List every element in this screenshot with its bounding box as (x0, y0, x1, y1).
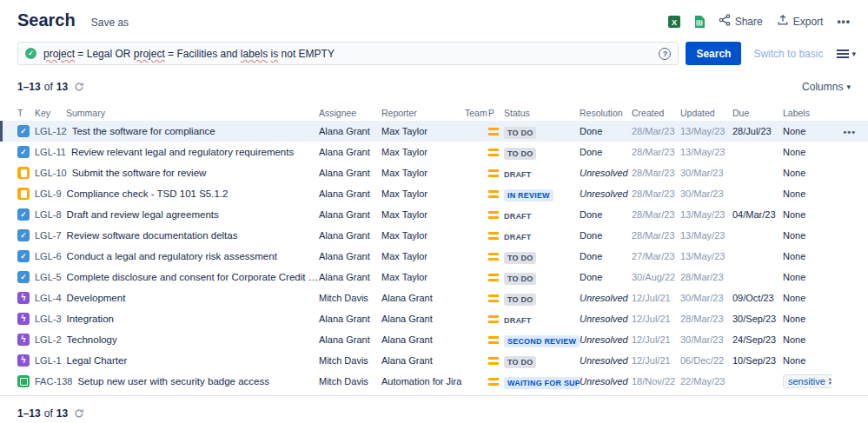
table-header-row: TKeySummaryAssigneeReporterTeamPStatusRe… (0, 105, 868, 121)
issue-summary-link[interactable]: Development (67, 293, 319, 303)
issue-key-link[interactable]: LGL-4 (35, 293, 62, 303)
export-button[interactable]: Export (777, 14, 824, 29)
issue-assignee: Mitch Davis (319, 293, 381, 303)
issue-summary-link[interactable]: Compliance check - TSD 101 S5.1.2 (67, 188, 319, 199)
issue-row[interactable]: LGL-7 Review software documentation delt… (0, 225, 868, 246)
column-header-team[interactable]: Team (465, 108, 488, 118)
switch-to-basic-link[interactable]: Switch to basic (753, 48, 823, 60)
issue-summary-link[interactable]: Submit the software for review (72, 168, 319, 178)
issue-summary-link[interactable]: Complete disclosure and consent for Corp… (67, 272, 319, 282)
issue-created-date: 12/Jul/21 (632, 314, 680, 324)
column-header-created[interactable]: Created (632, 108, 680, 118)
share-button[interactable]: Share (719, 14, 763, 29)
issue-row[interactable]: LGL-6 Conduct a legal and regulatory ris… (0, 246, 868, 267)
issue-row[interactable]: LGL-3 Integration Alana Grant Alana Gran… (0, 308, 868, 329)
priority-medium-icon (488, 294, 499, 302)
issue-summary-link[interactable]: Test the software for compliance (72, 126, 319, 136)
save-as-link[interactable]: Save as (91, 17, 129, 29)
column-header-resolution[interactable]: Resolution (580, 108, 632, 118)
issue-row[interactable]: LGL-1 Legal Charter Mitch Davis Alana Gr… (0, 350, 868, 371)
issue-summary-link[interactable]: Legal Charter (67, 355, 319, 366)
status-badge: TO DO (504, 273, 536, 285)
issue-summary-link[interactable]: Review relevant legal and regulatory req… (71, 147, 319, 157)
of-label: of (44, 407, 53, 420)
label-tag[interactable]: sensitive▴▾ (783, 374, 832, 388)
column-header-labels[interactable]: Labels (783, 108, 832, 118)
issue-summary-link[interactable]: Setup new user with security badge acces… (77, 376, 319, 387)
pagination-top: 1–13 of 13 (17, 81, 84, 93)
view-options-button[interactable]: ▾ (837, 50, 856, 58)
column-header-assignee[interactable]: Assignee (319, 108, 381, 118)
export-excel-icon[interactable]: X (668, 16, 680, 28)
more-options-icon[interactable]: ••• (837, 16, 851, 28)
issue-assignee: Alana Grant (319, 168, 381, 178)
refresh-icon[interactable] (74, 408, 84, 419)
issue-row[interactable]: LGL-8 Draft and review legal agreements … (0, 204, 868, 225)
issue-key-link[interactable]: LGL-1 (35, 355, 62, 366)
issue-summary-link[interactable]: Review software documentation deltas (67, 230, 319, 241)
issue-key-link[interactable]: LGL-3 (35, 314, 62, 324)
issue-updated-date: 28/Mar/23 (680, 314, 732, 324)
jql-input[interactable]: ✓ project = Legal OR project = Facilitie… (17, 42, 679, 65)
results-bar: 1–13 of 13 Columns ▾ (0, 81, 868, 93)
refresh-icon[interactable] (74, 82, 84, 92)
table-footer: 1–13 of 13 (0, 395, 868, 420)
issue-type-icon (17, 229, 30, 241)
pagination-bottom: 1–13 of 13 (17, 407, 84, 420)
issue-key-link[interactable]: LGL-6 (35, 251, 62, 261)
issue-row[interactable]: LGL-9 Compliance check - TSD 101 S5.1.2 … (0, 183, 868, 204)
issue-key-link[interactable]: LGL-9 (35, 188, 62, 199)
issue-row[interactable]: LGL-10 Submit the software for review Al… (0, 162, 868, 183)
priority-medium-icon (488, 315, 499, 323)
row-actions-icon[interactable]: ••• (843, 127, 856, 137)
issue-key-link[interactable]: LGL-12 (35, 126, 67, 136)
issue-summary-link[interactable]: Conduct a legal and regulatory risk asse… (67, 251, 319, 261)
column-header-status[interactable]: Status (504, 108, 580, 118)
issue-key-link[interactable]: LGL-2 (35, 334, 62, 345)
export-sheets-icon[interactable] (694, 16, 705, 28)
issue-created-date: 12/Jul/21 (632, 334, 680, 345)
issue-key-link[interactable]: LGL-7 (35, 230, 62, 241)
column-header-due[interactable]: Due (732, 108, 783, 118)
column-header-updated[interactable]: Updated (680, 108, 732, 118)
issue-labels: None (783, 147, 832, 157)
issue-row[interactable]: LGL-2 Technology Alana Grant Alana Grant… (0, 329, 868, 350)
issue-due-date: 24/Sep/23 (732, 334, 783, 345)
jql-query-text[interactable]: project = Legal OR project = Facilities … (43, 48, 335, 60)
issue-due-date: 09/Oct/23 (732, 293, 783, 303)
columns-dropdown[interactable]: Columns ▾ (802, 81, 851, 93)
issue-type-icon (17, 375, 30, 387)
issue-resolution: Unresolved (580, 168, 632, 178)
issue-assignee: Alana Grant (319, 147, 381, 157)
jql-token: project (43, 48, 75, 60)
issue-row[interactable]: FAC-138 Setup new user with security bad… (0, 371, 868, 392)
jql-token: is (271, 48, 279, 60)
issue-reporter: Alana Grant (381, 334, 465, 345)
column-header-key[interactable]: Key (35, 108, 61, 118)
page-header: Search Save as X Share Export ••• (0, 0, 868, 30)
issue-row[interactable]: LGL-5 Complete disclosure and consent fo… (0, 267, 868, 288)
issue-key-link[interactable]: LGL-11 (35, 147, 66, 157)
priority-medium-icon (488, 378, 499, 386)
column-header-p[interactable]: P (488, 108, 504, 118)
issue-row[interactable]: LGL-11 Review relevant legal and regulat… (0, 142, 868, 162)
column-header-type[interactable]: T (17, 108, 35, 118)
issue-labels: None (783, 251, 832, 261)
issue-row[interactable]: LGL-12 Test the software for compliance … (0, 121, 868, 142)
issue-row[interactable]: LGL-4 Development Mitch Davis Alana Gran… (0, 288, 868, 308)
issue-summary-link[interactable]: Draft and review legal agreements (67, 209, 319, 220)
issue-summary-link[interactable]: Integration (67, 314, 319, 324)
issue-key-link[interactable]: LGL-5 (35, 272, 62, 282)
share-label: Share (735, 16, 763, 28)
column-header-reporter[interactable]: Reporter (381, 108, 465, 118)
syntax-help-icon[interactable]: ? (659, 48, 671, 60)
issue-key-link[interactable]: LGL-8 (35, 209, 62, 220)
issue-updated-date: 13/May/23 (680, 126, 732, 136)
issue-key-link[interactable]: LGL-10 (35, 168, 67, 178)
issue-key-link[interactable]: FAC-138 (35, 376, 72, 387)
column-header-summary[interactable]: Summary (66, 108, 319, 118)
issue-reporter: Alana Grant (381, 314, 465, 324)
issue-summary-link[interactable]: Technology (67, 334, 319, 345)
issue-assignee: Alana Grant (319, 314, 381, 324)
search-button[interactable]: Search (686, 42, 741, 65)
